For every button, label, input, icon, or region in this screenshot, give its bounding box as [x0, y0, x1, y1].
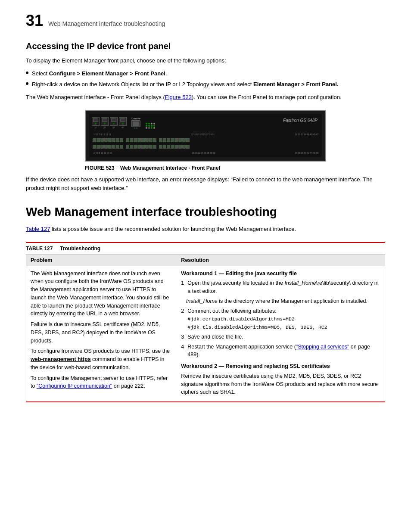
resolution-cell: Workaround 1 — Editing the java security…: [177, 266, 385, 402]
step-1-num: 1: [181, 279, 184, 296]
step-1: 1 Open the java.security file located in…: [181, 279, 380, 296]
figure-caption: FIGURE 523 Web Management Interface - Fr…: [85, 165, 326, 171]
install-home-1: Install_Home: [284, 280, 316, 286]
section2-intro-text: lists a possible issue and the recommend…: [50, 226, 296, 232]
bullet2-text: Right-click a device on the Network Obje…: [32, 80, 339, 89]
figure-caption-description: Web Management Interface - Front Panel: [120, 165, 220, 171]
table-header: Problem Resolution: [26, 254, 385, 266]
table-link[interactable]: Table 127: [26, 226, 50, 232]
code-line-2: #jdk.tls.disabledAlgorithms=MD5, DES, 3D…: [187, 324, 327, 330]
section1-intro: To display the Element Manager front pan…: [26, 56, 385, 65]
bullet2-bold: Element Manager > Front Panel.: [253, 81, 339, 87]
figure-switch-panel: 1F 2F: [85, 110, 326, 162]
figure-caption-label: FIGURE 523: [85, 165, 115, 171]
step-4-num: 4: [181, 343, 184, 359]
step-3: 3 Save and close the file.: [181, 333, 380, 341]
step-3-num: 3: [181, 333, 184, 341]
bullet-dot-1: [26, 72, 28, 74]
webmgmt-cmd: web-management https: [31, 356, 91, 362]
section-accessing-front-panel: Accessing the IP device front panel To d…: [26, 41, 385, 192]
troubleshooting-table: Problem Resolution The Web Management in…: [26, 254, 385, 403]
step-1-text: Open the java.security file located in t…: [187, 279, 380, 296]
section2-intro: Table 127 lists a possible issue and the…: [26, 225, 385, 233]
step-1b: Install_Home is the directory where the …: [181, 297, 380, 305]
error-text: If the device does not have a supported …: [26, 175, 385, 192]
section2-heading: Web Management interface troubleshooting: [26, 205, 385, 219]
step-1b-text: Install_Home is the directory where the …: [186, 297, 367, 305]
figure-intro-before: The Web Management interface - Front Pan…: [26, 94, 165, 100]
workaround2-heading: Workaround 2 — Removing and replacing SS…: [181, 362, 380, 370]
problem-cell: The Web Management interface does not la…: [26, 266, 177, 402]
workaround1-steps: 1 Open the java.security file located in…: [181, 279, 380, 359]
bullet-dot-2: [26, 82, 28, 85]
bullet-item-1: Select Configure > Element Manager > Fro…: [26, 69, 385, 78]
col-problem: Problem: [26, 254, 177, 266]
problem-text-2: Failure is due to insecure SSL certifica…: [31, 320, 172, 345]
step-2-num: 2: [181, 307, 184, 331]
table-caption: Troubleshooting: [60, 246, 100, 252]
figure-link[interactable]: Figure 523: [165, 94, 192, 100]
col-resolution: Resolution: [177, 254, 385, 266]
table-label: TABLE 127 Troubleshooting: [26, 242, 385, 252]
section1-bullets: Select Configure > Element Manager > Fro…: [26, 69, 385, 89]
step-2-text: Comment out the following attributes: #j…: [187, 307, 327, 331]
figure-container: 1F 2F: [26, 110, 385, 171]
problem-text-4: To configure the Management server to us…: [31, 374, 172, 391]
chapter-title: Web Management interface troubleshooting: [48, 20, 165, 27]
figure-intro-text: The Web Management interface - Front Pan…: [26, 93, 385, 102]
section-troubleshooting: Web Management interface troubleshooting…: [26, 205, 385, 402]
problem-text-1: The Web Management interface does not la…: [31, 270, 172, 318]
step-1b-num: [181, 297, 182, 305]
config-ip-link[interactable]: "Configuring IP communication": [37, 383, 112, 389]
chapter-number: 31: [26, 13, 43, 28]
step-2: 2 Comment out the following attributes: …: [181, 307, 380, 331]
page-header: 31 Web Management interface troubleshoot…: [26, 13, 385, 28]
step-3-text: Save and close the file.: [187, 333, 243, 341]
figure-caption-text: [116, 165, 119, 171]
table-body: The Web Management interface does not la…: [26, 266, 385, 402]
bullet-item-2: Right-click a device on the Network Obje…: [26, 80, 385, 89]
table-number: TABLE 127: [26, 246, 53, 252]
figure-intro-after: ). You can use the Front Panel to manage…: [192, 94, 342, 100]
step-4-text: Restart the Management application servi…: [187, 343, 380, 359]
bullet1-bold: Configure > Element Manager > Front Pane…: [49, 70, 165, 77]
table-header-row: Problem Resolution: [26, 254, 385, 266]
install-home-2: Install_Home: [186, 298, 218, 304]
problem-text-3: To configure Ironware OS products to use…: [31, 347, 172, 371]
step-4: 4 Restart the Management application ser…: [181, 343, 380, 359]
workaround2-text: Remove the insecure certificates using t…: [181, 372, 380, 396]
table-row: The Web Management interface does not la…: [26, 266, 385, 402]
section1-heading: Accessing the IP device front panel: [26, 41, 385, 51]
code-line-1: #jdk.certpath.disabledAlgorithms=MD2: [187, 316, 294, 322]
fastiron-label: FastIron GS 648P: [283, 118, 318, 123]
bullet1-text: Select Configure > Element Manager > Fro…: [32, 69, 167, 78]
table-caption-spacing: [54, 246, 59, 252]
workaround1-heading: Workaround 1 — Editing the java security…: [181, 270, 380, 278]
stopping-all-link[interactable]: "Stopping all services": [296, 344, 349, 350]
